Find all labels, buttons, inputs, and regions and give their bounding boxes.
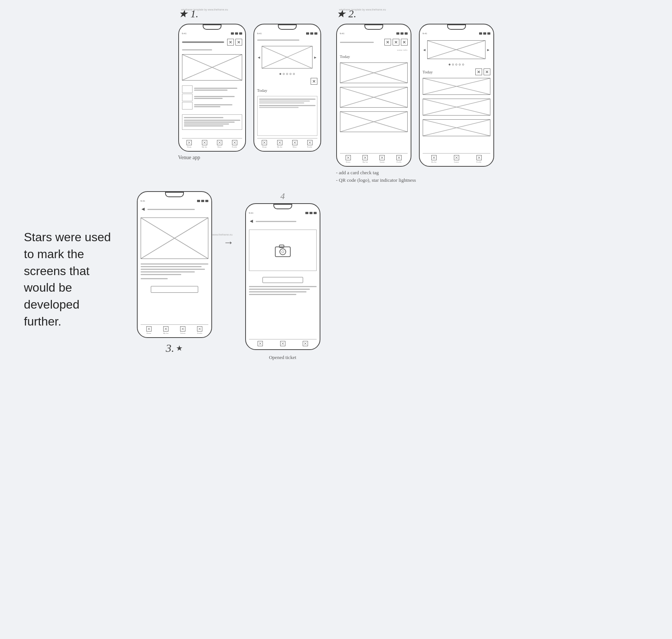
phone-2b-inner: 9:41 ◄ bbox=[420, 24, 493, 166]
nav-bar-1b: Home My list bbox=[257, 138, 317, 148]
icon-2b-2 bbox=[484, 68, 490, 75]
today-header-2b: Today bbox=[423, 68, 490, 75]
nav-icon-home-1a bbox=[187, 140, 192, 145]
nav-item-1-3a[interactable]: Home bbox=[146, 326, 152, 334]
phone-1a: 9:41 bbox=[178, 24, 246, 152]
card-2a-2 bbox=[340, 87, 408, 108]
opened-ticket-label: Opened ticket bbox=[269, 354, 296, 361]
cl-4a-3 bbox=[249, 291, 306, 292]
arrow-right-2b[interactable]: ► bbox=[487, 48, 490, 52]
line-1a-3b bbox=[194, 106, 220, 107]
nav-item-2-3a[interactable]: My list bbox=[163, 326, 168, 334]
nav-item-2-2b[interactable]: Summ bbox=[454, 155, 459, 163]
nav-item-4-2a[interactable]: Profile bbox=[396, 155, 402, 163]
nav-label-4-2a: Profile bbox=[396, 161, 402, 163]
line-1a-1a bbox=[194, 88, 237, 89]
today-label-2b: Today bbox=[423, 70, 433, 74]
nav-item-profile-1b[interactable]: Profile bbox=[307, 140, 312, 148]
group4-header: 4 bbox=[281, 191, 285, 201]
nav-icon-2-3a bbox=[163, 326, 168, 332]
phone-1b: 9:41 ◄ bbox=[253, 24, 321, 152]
title-2a bbox=[340, 42, 374, 43]
notch-2a bbox=[364, 24, 383, 30]
star-icon-3: ★ bbox=[176, 344, 183, 353]
nav-item-3-2b[interactable]: Profile bbox=[476, 155, 482, 163]
status-bar-2b: 9:41 bbox=[423, 31, 490, 36]
carousel-2b-img bbox=[427, 40, 485, 59]
nav-bar-1a: Home My list bbox=[182, 138, 242, 148]
cta-button-3a[interactable] bbox=[151, 286, 198, 293]
back-arrow-4a[interactable]: ◄ bbox=[249, 218, 254, 224]
image-placeholder-1a bbox=[182, 54, 242, 81]
text-lines-1a-1 bbox=[194, 87, 242, 91]
nav-item-1-2a[interactable]: Home bbox=[346, 155, 351, 163]
nav-item-list-1b[interactable]: My list bbox=[277, 140, 282, 148]
notch-1b bbox=[278, 24, 297, 30]
dot-1b-2 bbox=[283, 73, 285, 75]
nav-item-list-1a[interactable]: My list bbox=[202, 140, 207, 148]
icon-row-1a bbox=[227, 39, 242, 46]
icon-2a-1 bbox=[384, 39, 391, 46]
arrow-right-1b[interactable]: ► bbox=[314, 55, 317, 59]
button-wrapper-3a bbox=[141, 286, 208, 293]
signal-icon-3a bbox=[197, 200, 200, 202]
back-arrow-3a[interactable]: ◄ bbox=[141, 206, 146, 212]
status-icons-3a bbox=[197, 200, 208, 202]
card-2b-3 bbox=[423, 119, 490, 136]
dot-2b-4 bbox=[459, 64, 461, 65]
nav-item-more-1b[interactable]: More bbox=[292, 140, 297, 148]
nav-item-home-1a[interactable]: Home bbox=[187, 140, 192, 148]
icon-row-2a bbox=[384, 39, 408, 46]
nav-label-3-2a: Summ bbox=[380, 161, 385, 163]
nav-item-2-4a[interactable] bbox=[280, 341, 285, 346]
cb-line-1 bbox=[259, 99, 316, 100]
icon-2a-3 bbox=[401, 39, 408, 46]
nav-icon-list-1a bbox=[202, 140, 207, 145]
carousel-img-1b bbox=[262, 46, 312, 68]
arrow-left-1b[interactable]: ◄ bbox=[257, 55, 261, 59]
status-icons-1a bbox=[231, 32, 242, 35]
nav-item-more-1a[interactable]: More bbox=[217, 140, 222, 148]
signal-icon-2a bbox=[396, 32, 399, 35]
nav-item-profile-1a[interactable]: Profile bbox=[232, 140, 237, 148]
group3-number: 3. bbox=[166, 342, 174, 354]
wifi-icon-2a bbox=[400, 32, 404, 35]
list-item-1a-2 bbox=[182, 94, 242, 101]
sidebar-text: Stars were used to mark the screens that… bbox=[24, 229, 114, 330]
notch-2b bbox=[447, 24, 466, 30]
wifi-icon-2b bbox=[483, 32, 486, 35]
signal-icon-1b bbox=[306, 32, 309, 35]
thumb-1a-1 bbox=[182, 85, 193, 93]
cb-line-2 bbox=[259, 100, 310, 102]
title-line-1a bbox=[182, 41, 224, 43]
nav-item-home-1b[interactable]: Home bbox=[262, 140, 267, 148]
phone-2b: 9:41 ◄ bbox=[419, 24, 494, 167]
cl-3a-6 bbox=[141, 278, 168, 279]
phone-3a-inner: 9:41 ◄ bbox=[138, 192, 211, 337]
nav-icon-1-2a bbox=[346, 155, 351, 160]
main-container: wireframe template by www.theframe.eu ★ … bbox=[17, 8, 656, 361]
nav-item-1-4a[interactable] bbox=[258, 341, 263, 346]
nav-icon-more-1b bbox=[292, 140, 297, 145]
action-button-4a[interactable] bbox=[262, 277, 303, 283]
text-lines-1a-2 bbox=[194, 95, 242, 100]
notch-3a bbox=[165, 192, 184, 197]
cl-4a-2 bbox=[249, 289, 310, 290]
dots-2b bbox=[423, 64, 490, 65]
nav-label-more-1b: More bbox=[293, 146, 297, 148]
nav-item-4-3a[interactable]: Profile bbox=[197, 326, 202, 334]
nav-item-3-4a[interactable] bbox=[303, 341, 308, 346]
cl-3a-3 bbox=[141, 269, 205, 270]
page-title-4a bbox=[256, 221, 296, 222]
wifi-icon-4a bbox=[309, 212, 312, 214]
nav-icon-list-1b bbox=[277, 140, 282, 145]
thumb-1a-2 bbox=[182, 94, 193, 101]
nav-item-2-2a[interactable]: My list bbox=[363, 155, 368, 163]
nav-item-3-3a[interactable]: Tickets bbox=[180, 326, 186, 334]
nav-item-1-2b[interactable]: My list bbox=[431, 155, 436, 163]
notch-4a bbox=[273, 204, 292, 209]
nav-item-3-2a[interactable]: Summ bbox=[379, 155, 385, 163]
cb-line-5 bbox=[259, 107, 299, 108]
nav-bar-2b: My list Summ bbox=[423, 153, 490, 163]
arrow-left-2b[interactable]: ◄ bbox=[423, 48, 426, 52]
